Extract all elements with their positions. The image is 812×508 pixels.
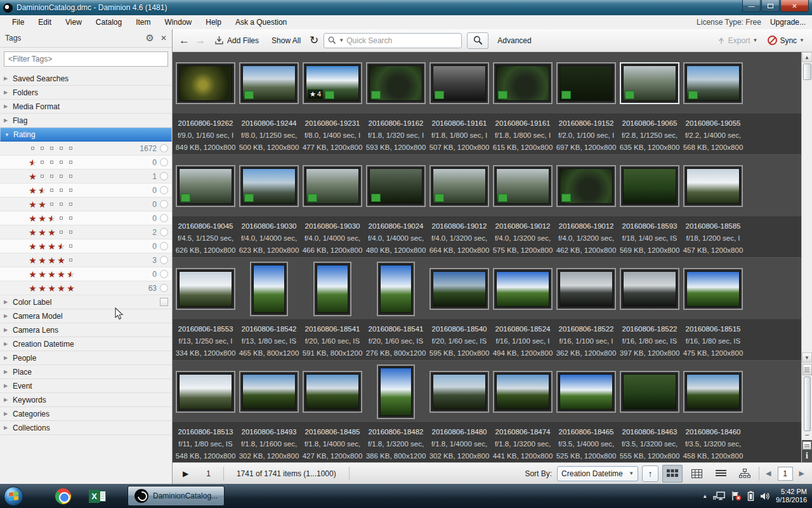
rating-radio[interactable] [160,284,168,292]
scrollbar-thumb[interactable] [803,64,811,80]
menu-item[interactable]: Window [158,16,199,29]
thumbnail-cell[interactable]: ★ [174,165,237,207]
rating-radio[interactable] [160,200,168,208]
thumbnail-cell[interactable]: ★ [681,268,745,310]
thumbnail-cell[interactable]: ★ [491,62,554,104]
thumbnail-size-slider[interactable] [804,377,811,431]
sidebar-group[interactable]: ▶ Flag [0,114,172,128]
chrome-taskbar-icon[interactable] [55,488,71,504]
battery-icon[interactable] [747,491,754,501]
sidebar-group[interactable]: ▶ Camera Model [0,309,172,323]
thumbnail-cell[interactable]: ★ [174,62,237,104]
rating-filter-row[interactable]: ★★ 0 [0,156,172,170]
thumbnail-cell[interactable]: ★ [301,371,364,413]
scroll-up-button[interactable]: ▲ [802,52,812,62]
sidebar-group[interactable]: ▶ Media Format [0,100,172,114]
thumbnail-cell[interactable]: ★ [681,165,745,207]
page-number-box[interactable]: 1 [778,467,793,481]
view-table-button[interactable] [686,465,707,483]
taskbar-clock[interactable]: 5:42 PM 9/18/2016 [776,488,809,504]
search-button[interactable] [467,32,488,49]
maximize-button[interactable] [761,0,780,12]
sidebar-group[interactable]: ▶ Saved Searches [0,72,172,86]
thumbnail-size-button[interactable] [802,364,812,375]
sidebar-group[interactable]: ▶ Folders [0,86,172,100]
info-icon[interactable]: i [806,451,808,461]
thumbnail-cell[interactable]: ★ [618,268,681,310]
thumbnail-cell[interactable]: ★ [301,262,364,316]
rating-filter-row[interactable]: ★★★★ 3 [0,253,172,267]
thumbnail-cell[interactable]: ★ [364,364,428,419]
thumbnail-cell[interactable]: ★ [428,62,491,104]
thumbnail-cell[interactable]: ★ [364,62,428,104]
thumbnail-cell[interactable]: ★ [554,268,618,310]
thumbnail-cell[interactable]: ★ [364,165,428,207]
thumbnail-cell[interactable]: ★ [237,262,301,316]
thumbnail-cell[interactable]: ★ [364,262,428,316]
thumbnail-cell[interactable]: ★ [618,62,681,104]
thumbnail-cell[interactable]: ★ [618,371,681,413]
panel-close-icon[interactable]: ✕ [160,34,167,43]
play-slideshow-button[interactable]: ▶ [178,469,193,478]
menu-item[interactable]: View [58,16,89,29]
action-center-flag-icon[interactable] [731,491,742,501]
close-button[interactable]: ✕ [780,0,809,12]
rating-filter-row[interactable]: ★★★★ 0 [0,211,172,225]
view-tree-button[interactable] [735,465,755,483]
sidebar-group[interactable]: ▶ Event [0,379,172,393]
daminion-task-button[interactable]: DaminionCatalog... [128,486,225,506]
back-button[interactable]: ← [179,34,190,47]
sort-direction-button[interactable]: ↑ [642,465,658,482]
forward-button[interactable]: → [195,34,206,47]
sidebar-group[interactable]: ▶ Categories [0,407,172,421]
rating-radio[interactable] [160,172,168,180]
next-page-button[interactable]: ▶ [797,469,807,478]
rating-filter-row[interactable]: ★★★ 2 [0,225,172,239]
thumbnail-cell[interactable]: ★ [301,165,364,207]
upgrade-link[interactable]: Upgrade... [770,18,806,27]
color-label-checkbox[interactable] [160,298,168,306]
menu-item[interactable]: Item [129,16,157,29]
rating-filter-row[interactable]: 1672 [0,142,172,156]
rating-filter-row[interactable]: ★ 1 [0,170,172,184]
menu-item[interactable]: Ask a Question [228,16,294,29]
thumbnail-cell[interactable]: ★ [174,268,237,310]
thumbnail-cell[interactable]: ★ [681,371,745,413]
thumbnail-cell[interactable]: ★ [428,371,491,413]
rating-radio[interactable] [160,214,168,222]
menu-item[interactable]: Edit [31,16,58,29]
thumbnail-cell[interactable]: ★ [491,165,554,207]
sidebar-group[interactable]: ▶ Collections [0,421,172,435]
minimize-button[interactable]: — [742,0,761,12]
sidebar-group[interactable]: ▶ Place [0,365,172,379]
sidebar-group-rating[interactable]: ▼ Rating [0,128,172,142]
start-button[interactable] [4,486,23,506]
excel-taskbar-icon[interactable]: X [89,490,106,503]
view-thumbnails-button[interactable] [662,465,683,483]
sidebar-group[interactable]: ▶ Creation Datetime [0,337,172,351]
gear-icon[interactable]: ⚙ [145,32,154,44]
menu-item[interactable]: File [5,16,31,29]
prev-page-button[interactable]: ◀ [763,469,773,478]
rating-filter-row[interactable]: ★★★★★ 63 [0,281,172,295]
thumbnail-cell[interactable]: ★ [618,165,681,207]
view-list-button[interactable] [710,465,731,483]
thumbnail-cell[interactable]: ★ [554,371,618,413]
rating-radio[interactable] [160,242,168,250]
thumbnail-cell[interactable]: ★ [491,371,554,413]
tray-expand-icon[interactable]: ▲ [702,493,707,499]
thumbnail-cell[interactable]: ★ [681,62,745,104]
filter-tags-input[interactable] [4,51,168,67]
thumbnail-cell[interactable]: ★ [554,62,618,104]
add-files-button[interactable]: Add Files [211,33,263,48]
rating-filter-row[interactable]: ★★★★★ 0 [0,239,172,253]
rating-filter-row[interactable]: ★★ 0 [0,197,172,211]
sidebar-group[interactable]: ▶ Keywords [0,393,172,407]
zoom-out-icon[interactable]: − [804,431,809,440]
scroll-down-button[interactable]: ▼ [802,352,812,363]
export-button[interactable]: Export▼ [717,36,758,45]
thumbnail-cell[interactable]: ★ [428,165,491,207]
rating-radio[interactable] [160,228,168,236]
rating-radio[interactable] [160,158,168,166]
volume-icon[interactable] [760,491,770,501]
